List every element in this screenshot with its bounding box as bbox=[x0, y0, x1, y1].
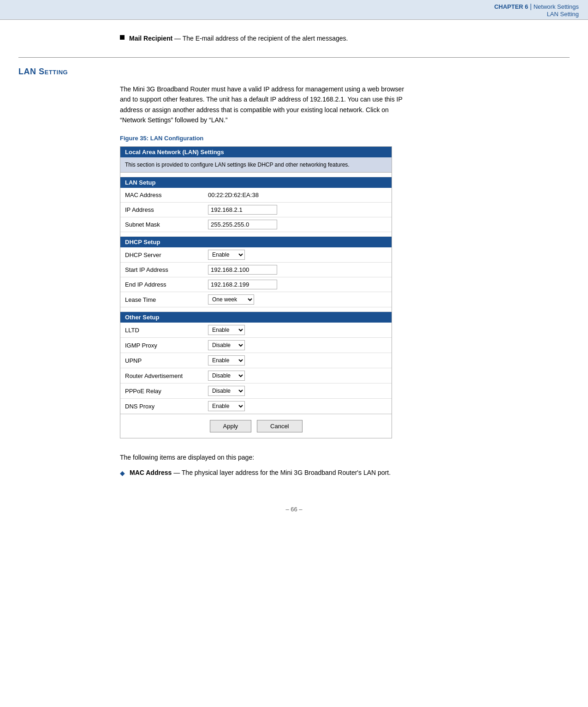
diamond-icon: ◆ bbox=[120, 468, 125, 478]
lease-time-row: Lease Time One week One day One hour bbox=[120, 292, 392, 307]
chapter-label: CHAPTER 6 bbox=[494, 3, 529, 10]
dns-proxy-select[interactable]: Enable Disable bbox=[208, 401, 245, 411]
dhcp-server-select[interactable]: Enable Disable bbox=[208, 250, 245, 260]
mail-recipient-section: Mail Recipient — The E-mail address of t… bbox=[120, 34, 570, 43]
following-bullet-mac: ◆ MAC Address — The physical layer addre… bbox=[120, 467, 570, 478]
following-mac-text: MAC Address — The physical layer address… bbox=[130, 467, 391, 478]
lan-config-wrapper: Local Area Network (LAN) Settings This s… bbox=[120, 146, 570, 439]
mail-recipient-text: Mail Recipient — The E-mail address of t… bbox=[129, 34, 348, 43]
header-separator: | bbox=[530, 3, 534, 10]
pppoe-relay-label: PPPoE Relay bbox=[125, 388, 208, 395]
config-description: This section is provided to configure LA… bbox=[120, 157, 392, 173]
mac-address-value: 00:22:2D:62:EA:38 bbox=[208, 192, 259, 198]
spacer1 bbox=[120, 173, 392, 177]
mac-address-label: MAC Address bbox=[125, 192, 208, 198]
mail-recipient-desc: — The E-mail address of the recipient of… bbox=[172, 35, 348, 42]
start-ip-input[interactable] bbox=[208, 265, 277, 275]
subnet-mask-input[interactable] bbox=[208, 220, 277, 229]
start-ip-row: Start IP Address bbox=[120, 263, 392, 277]
page-number: – 66 – bbox=[285, 506, 302, 513]
mac-address-bold: MAC Address bbox=[130, 469, 172, 476]
lltd-row: LLTD Enable Disable bbox=[120, 323, 392, 338]
apply-button[interactable]: Apply bbox=[210, 420, 252, 432]
end-ip-row: End IP Address bbox=[120, 277, 392, 292]
content-area: Mail Recipient — The E-mail address of t… bbox=[0, 20, 588, 497]
ip-address-input[interactable] bbox=[208, 205, 277, 215]
other-setup-header: Other Setup bbox=[120, 312, 392, 323]
spacer3 bbox=[120, 307, 392, 312]
ip-address-label: IP Address bbox=[125, 206, 208, 213]
upnp-row: UPNP Enable Disable bbox=[120, 353, 392, 368]
following-intro: The following items are displayed on thi… bbox=[120, 452, 570, 462]
dns-proxy-row: DNS Proxy Enable Disable bbox=[120, 399, 392, 414]
lan-heading: LAN Setting bbox=[18, 67, 570, 77]
start-ip-label: Start IP Address bbox=[125, 266, 208, 273]
router-advertisement-select[interactable]: Disable Enable bbox=[208, 371, 245, 381]
igmp-proxy-row: IGMP Proxy Disable Enable bbox=[120, 338, 392, 353]
page-header: CHAPTER 6 | Network Settings LAN Setting bbox=[0, 0, 588, 20]
mac-address-row: MAC Address 00:22:2D:62:EA:38 bbox=[120, 188, 392, 203]
dhcp-server-row: DHCP Server Enable Disable bbox=[120, 247, 392, 263]
router-advertisement-row: Router Advertisement Disable Enable bbox=[120, 368, 392, 383]
pppoe-relay-row: PPPoE Relay Disable Enable bbox=[120, 383, 392, 399]
spacer2 bbox=[120, 232, 392, 237]
config-buttons: Apply Cancel bbox=[120, 414, 392, 438]
lan-description: The Mini 3G Broadband Router must have a… bbox=[120, 84, 415, 126]
lan-config-box: Local Area Network (LAN) Settings This s… bbox=[120, 146, 392, 439]
bullet-item: Mail Recipient — The E-mail address of t… bbox=[120, 34, 570, 43]
mac-address-following-desc: — The physical layer address for the Min… bbox=[172, 469, 391, 476]
igmp-proxy-label: IGMP Proxy bbox=[125, 342, 208, 349]
lan-setup-header: LAN Setup bbox=[120, 177, 392, 188]
subnet-mask-row: Subnet Mask bbox=[120, 217, 392, 232]
lease-time-label: Lease Time bbox=[125, 296, 208, 303]
figure-label: Figure 35: LAN Configuration bbox=[120, 135, 570, 142]
nav2-label: LAN Setting bbox=[547, 11, 579, 18]
bullet-square-icon bbox=[120, 35, 125, 40]
mail-recipient-bold: Mail Recipient bbox=[129, 35, 172, 42]
page-footer: – 66 – bbox=[0, 497, 588, 517]
upnp-label: UPNP bbox=[125, 357, 208, 364]
upnp-select[interactable]: Enable Disable bbox=[208, 355, 245, 365]
lltd-select[interactable]: Enable Disable bbox=[208, 325, 245, 335]
ip-address-row: IP Address bbox=[120, 203, 392, 217]
cancel-button[interactable]: Cancel bbox=[257, 420, 302, 432]
lease-time-select[interactable]: One week One day One hour bbox=[208, 294, 254, 305]
nav1-label: Network Settings bbox=[534, 3, 579, 10]
subnet-mask-label: Subnet Mask bbox=[125, 221, 208, 228]
end-ip-label: End IP Address bbox=[125, 281, 208, 288]
main-header: Local Area Network (LAN) Settings bbox=[120, 147, 392, 157]
following-section: The following items are displayed on thi… bbox=[120, 452, 570, 478]
lltd-label: LLTD bbox=[125, 327, 208, 334]
igmp-proxy-select[interactable]: Disable Enable bbox=[208, 340, 245, 350]
router-advertisement-label: Router Advertisement bbox=[125, 372, 208, 379]
dhcp-server-label: DHCP Server bbox=[125, 252, 208, 258]
end-ip-input[interactable] bbox=[208, 280, 277, 289]
pppoe-relay-select[interactable]: Disable Enable bbox=[208, 386, 245, 396]
section-divider bbox=[18, 57, 570, 58]
dns-proxy-label: DNS Proxy bbox=[125, 403, 208, 410]
dhcp-setup-header: DHCP Setup bbox=[120, 237, 392, 247]
